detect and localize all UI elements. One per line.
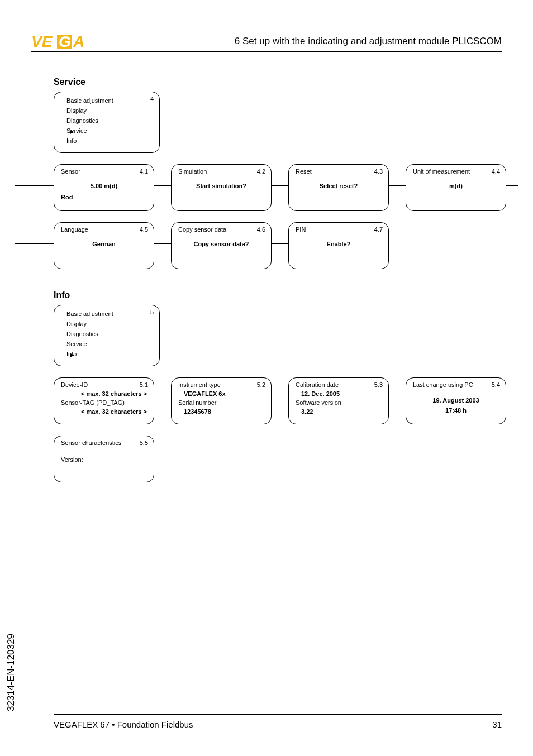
document-code: 32314-EN-120329 [6, 634, 17, 711]
connector-line [15, 185, 54, 186]
screen-subtitle: Version: [61, 456, 83, 463]
info-heading: Info [54, 290, 70, 300]
screen-value: 12. Dec. 2005 [301, 390, 340, 397]
screen-value: Start simulation? [172, 183, 271, 189]
footer-product: VEGAFLEX 67 • Foundation Fieldbus [54, 720, 193, 729]
menu-number: 5 [150, 309, 154, 315]
connector-line [154, 185, 171, 186]
screen-value: 3.22 [301, 408, 313, 415]
screen-value: 5.00 m(d) [54, 183, 154, 189]
screen-simulation: Simulation 4.2 Start simulation? [171, 164, 272, 211]
triangle-icon: ▶ [70, 350, 74, 360]
connector-line [272, 399, 288, 399]
menu-item-active: ▶ Info [66, 349, 154, 359]
page: VE G A 6 Set up with the indicating and … [0, 0, 533, 756]
screen-title: Instrument type [178, 381, 221, 388]
screen-value: m(d) [406, 183, 506, 189]
menu-item: Basic adjustment [66, 95, 154, 106]
menu-item: Info [66, 136, 154, 146]
screen-subtitle: Software version [296, 399, 341, 406]
screen-sensor: Sensor 4.1 5.00 m(d) Rod [54, 164, 154, 211]
screen-number: 4.5 [140, 226, 148, 233]
screen-value: Enable? [289, 241, 388, 247]
screen-pin: PIN 4.7 Enable? [288, 222, 389, 269]
screen-copy: Copy sensor data 4.6 Copy sensor data? [171, 222, 272, 269]
screen-number: 5.1 [140, 381, 148, 388]
header-rule [31, 51, 502, 52]
menu-item-active: ▶ Service [66, 126, 154, 136]
info-menu-box: 5 Basic adjustment Display Diagnostics S… [54, 305, 160, 366]
screen-title: Language [61, 226, 88, 233]
connector-line [389, 185, 406, 186]
triangle-icon: ▶ [70, 127, 74, 137]
connector-line [154, 399, 171, 399]
page-number: 31 [492, 720, 502, 729]
screen-number: 5.4 [492, 381, 500, 388]
screen-title: Unit of measurement [413, 168, 470, 175]
screen-number: 4.4 [492, 168, 500, 175]
screen-value: 17:48 h [406, 407, 506, 414]
screen-title: Calibration date [296, 381, 339, 388]
connector-line [15, 457, 54, 457]
menu-item: Diagnostics [66, 329, 154, 339]
menu-item: Display [66, 106, 154, 116]
connector-line [101, 366, 101, 377]
screen-number: 5.3 [374, 381, 383, 388]
menu-item: Diagnostics [66, 116, 154, 126]
screen-title: Reset [296, 168, 312, 175]
screen-sensor-char: Sensor characteristics 5.5 Version: [54, 436, 154, 482]
screen-number: 4.2 [257, 168, 265, 175]
screen-title: Sensor characteristics [61, 439, 121, 446]
connector-line [101, 153, 101, 164]
screen-last-change: Last change using PC 5.4 19. August 2003… [406, 377, 506, 424]
connector-line [15, 399, 54, 399]
menu-item: Display [66, 319, 154, 329]
screen-title: PIN [296, 226, 306, 233]
screen-number: 5.5 [140, 439, 148, 446]
screen-value: Rod [61, 194, 73, 200]
menu-item: Basic adjustment [66, 309, 154, 319]
svg-text:A: A [73, 34, 84, 50]
service-heading: Service [54, 77, 85, 87]
screen-title: Simulation [178, 168, 207, 175]
screen-title: Sensor [61, 168, 80, 175]
service-menu-box: 4 Basic adjustment Display Diagnostics ▶… [54, 92, 160, 153]
screen-subtitle: Sensor-TAG (PD_TAG) [61, 399, 125, 406]
vega-logo: VE G A [31, 34, 98, 52]
screen-number: 4.3 [374, 168, 383, 175]
connector-line [15, 243, 54, 244]
connector-line [154, 243, 171, 244]
screen-device-id: Device-ID 5.1 < max. 32 characters > Sen… [54, 377, 154, 424]
chapter-title: 6 Set up with the indicating and adjustm… [235, 36, 502, 47]
connector-line [389, 399, 406, 399]
screen-instrument: Instrument type 5.2 VEGAFLEX 6x Serial n… [171, 377, 272, 424]
screen-value: < max. 32 characters > [81, 390, 147, 397]
connector-line [272, 185, 288, 186]
screen-subtitle: Serial number [178, 399, 216, 406]
screen-value: Copy sensor data? [172, 241, 271, 247]
menu-number: 4 [150, 95, 154, 102]
screen-number: 4.1 [140, 168, 148, 175]
screen-reset: Reset 4.3 Select reset? [288, 164, 389, 211]
screen-value: < max. 32 characters > [81, 408, 147, 415]
screen-value: VEGAFLEX 6x [184, 390, 226, 397]
menu-item: Service [66, 339, 154, 349]
screen-unit: Unit of measurement 4.4 m(d) [406, 164, 506, 211]
screen-value: 12345678 [184, 408, 211, 415]
screen-title: Copy sensor data [178, 226, 226, 233]
svg-text:VE: VE [31, 34, 53, 50]
connector-line [506, 185, 518, 186]
screen-value: 19. August 2003 [406, 397, 506, 404]
screen-calibration: Calibration date 5.3 12. Dec. 2005 Softw… [288, 377, 389, 424]
screen-number: 4.6 [257, 226, 265, 233]
screen-number: 4.7 [374, 226, 383, 233]
screen-value: Select reset? [289, 183, 388, 189]
footer-rule [54, 714, 502, 715]
connector-line [506, 399, 518, 399]
screen-number: 5.2 [257, 381, 265, 388]
screen-title: Last change using PC [413, 381, 473, 388]
screen-title: Device-ID [61, 381, 88, 388]
svg-text:G: G [59, 34, 71, 50]
screen-value: German [54, 241, 154, 247]
connector-line [272, 243, 288, 244]
